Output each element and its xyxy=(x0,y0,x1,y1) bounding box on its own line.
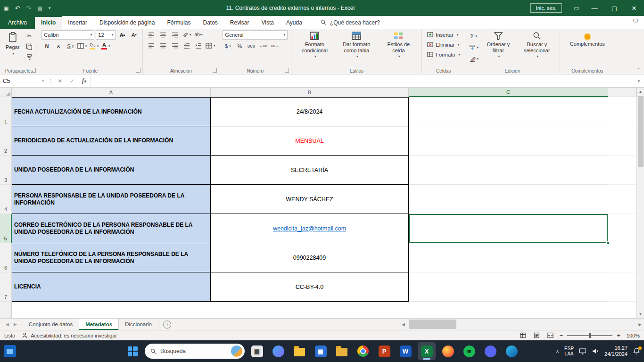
cell-a3[interactable]: UNIDAD POSEEDORA DE LA INFORMACIÓN xyxy=(12,156,211,185)
cell-b5[interactable]: wendicita_jaz@hotmail.com xyxy=(211,214,409,243)
align-bottom-icon[interactable] xyxy=(170,30,180,39)
autosum-icon[interactable]: Σ xyxy=(469,32,479,41)
align-top-icon[interactable] xyxy=(146,30,157,39)
row-header-3[interactable]: 3 xyxy=(0,156,12,185)
page-break-view-icon[interactable] xyxy=(546,332,555,339)
spotify-icon[interactable]: ≋ xyxy=(460,342,478,360)
firefox-icon[interactable] xyxy=(439,342,457,360)
cell-c6[interactable] xyxy=(409,243,608,272)
row-header-5[interactable]: 5 xyxy=(0,214,12,243)
sheet-tab-metadatos[interactable]: Metadatos xyxy=(79,319,119,330)
tab-inicio[interactable]: Inicio xyxy=(35,16,62,29)
align-left-icon[interactable] xyxy=(146,41,157,50)
cut-icon[interactable]: ✂ xyxy=(24,32,34,41)
email-link[interactable]: wendicita_jaz@hotmail.com xyxy=(273,225,346,232)
select-all-corner[interactable] xyxy=(0,88,12,97)
format-cells-button[interactable]: Formato xyxy=(425,51,461,58)
cell-a4[interactable]: PERSONA RESPONSABLE DE LA UNIDAD POSEEDO… xyxy=(12,185,211,214)
merge-center-icon[interactable] xyxy=(205,41,215,50)
horizontal-scroll-track[interactable] xyxy=(407,319,636,330)
cell-c3[interactable] xyxy=(409,156,608,185)
copy-icon[interactable] xyxy=(24,42,34,51)
cell-a6[interactable]: NÚMERO TELEFÓNICO DE LA PERSONA RESPONSA… xyxy=(12,243,211,272)
copilot-icon[interactable] xyxy=(269,342,287,360)
display-icon[interactable] xyxy=(579,348,586,354)
cell-c7[interactable] xyxy=(409,272,608,302)
collapse-ribbon-icon[interactable]: ⌃ xyxy=(636,67,640,72)
insert-cells-button[interactable]: Insertar xyxy=(425,31,461,38)
ribbon-display-options-icon[interactable]: ▭ xyxy=(569,0,585,16)
row-header-4[interactable]: 4 xyxy=(0,185,12,214)
row-header-1[interactable]: 1 xyxy=(0,97,12,126)
comma-format-icon[interactable]: 000 xyxy=(246,41,256,50)
decrease-font-icon[interactable]: A▾ xyxy=(129,31,139,40)
file-explorer-icon[interactable] xyxy=(290,342,308,360)
row-header-6[interactable]: 6 xyxy=(0,243,12,272)
number-format-select[interactable]: General xyxy=(223,30,288,40)
cell-c2[interactable] xyxy=(409,126,608,156)
cell-b2[interactable]: MENSUAL xyxy=(211,126,409,156)
sheet-tab-diccionario[interactable]: Diccionario xyxy=(119,319,158,330)
zoom-slider-thumb[interactable] xyxy=(589,333,591,338)
cell-c4[interactable] xyxy=(409,185,608,214)
undo-icon[interactable]: ↶ xyxy=(15,5,20,12)
tab-formulas[interactable]: Fórmulas xyxy=(161,16,197,29)
zoom-out-icon[interactable]: − xyxy=(560,332,563,339)
edge-icon[interactable] xyxy=(503,342,520,360)
redo-icon[interactable]: ↷ xyxy=(26,5,31,12)
pinned-corner-app-icon[interactable] xyxy=(4,345,16,357)
autosave-icon[interactable]: ▣ xyxy=(4,5,8,11)
row-header-7[interactable]: 7 xyxy=(0,272,12,302)
tab-ayuda[interactable]: Ayuda xyxy=(280,16,308,29)
close-button[interactable]: ✕ xyxy=(624,0,644,16)
clear-icon[interactable] xyxy=(469,54,479,63)
font-name-select[interactable]: Calibri xyxy=(41,30,94,40)
paste-button[interactable]: Pegar xyxy=(3,30,22,67)
discord-icon[interactable] xyxy=(481,342,499,360)
decrease-decimal-icon[interactable]: 00→ xyxy=(270,41,280,50)
addins-button[interactable]: Complementos xyxy=(563,30,611,67)
find-select-button[interactable]: Buscar y seleccionar xyxy=(518,30,556,67)
name-box[interactable]: C5 ▾ xyxy=(0,74,47,87)
scroll-up-icon[interactable]: ▲ xyxy=(637,88,644,96)
excel-icon[interactable]: X xyxy=(418,342,436,360)
task-view-icon[interactable]: ▦ xyxy=(248,342,266,360)
font-color-icon[interactable]: A xyxy=(100,41,111,50)
tab-disposicion[interactable]: Disposición de página xyxy=(93,16,161,29)
formula-bar-splitter[interactable]: ⋮ xyxy=(47,74,54,87)
page-layout-view-icon[interactable] xyxy=(532,332,542,339)
cell-c5-selected[interactable] xyxy=(409,214,608,243)
scroll-right-icon[interactable]: ▶ xyxy=(636,322,644,327)
cell-styles-button[interactable]: Estilos de celda xyxy=(379,30,418,67)
next-sheet-icon[interactable]: ▶ xyxy=(14,322,17,327)
start-button[interactable] xyxy=(124,342,141,360)
italic-button[interactable]: K xyxy=(53,41,64,50)
store-icon[interactable]: ▣ xyxy=(312,342,330,360)
increase-decimal-icon[interactable]: ←00 xyxy=(258,41,268,50)
col-header-c[interactable]: C xyxy=(409,88,608,97)
vertical-scroll-thumb[interactable] xyxy=(638,96,644,167)
tab-vista[interactable]: Vista xyxy=(256,16,280,29)
folder-icon[interactable] xyxy=(333,342,351,360)
font-dialog-launcher-icon[interactable] xyxy=(136,68,140,73)
decrease-indent-icon[interactable] xyxy=(182,41,192,50)
percent-format-icon[interactable]: % xyxy=(234,41,245,50)
insert-function-icon[interactable]: fx xyxy=(78,74,91,87)
tab-insertar[interactable]: Insertar xyxy=(62,16,93,29)
row-header-2[interactable]: 2 xyxy=(0,126,12,156)
cell-b3[interactable]: SECRETARÍA xyxy=(211,156,409,185)
horizontal-scrollbar[interactable]: ◀ ▶ xyxy=(399,319,644,330)
format-painter-icon[interactable] xyxy=(24,52,34,61)
conditional-formatting-button[interactable]: Formato condicional xyxy=(295,30,334,67)
expand-formula-bar-icon[interactable]: ▾ xyxy=(634,74,644,87)
col-header-b[interactable]: B xyxy=(211,88,409,97)
minimize-button[interactable]: — xyxy=(585,0,604,16)
formula-input[interactable] xyxy=(91,74,634,87)
maximize-button[interactable]: ▢ xyxy=(604,0,624,16)
chrome-icon[interactable] xyxy=(354,342,372,360)
weather-widget-icon[interactable] xyxy=(231,346,242,357)
cancel-entry-icon[interactable]: ✕ xyxy=(54,74,66,87)
fill-icon[interactable] xyxy=(469,43,479,52)
sheet-tab-conjunto[interactable]: Conjunto de datos xyxy=(23,319,79,330)
cell-a1[interactable]: FECHA ACTUALIZACIÓN DE LA INFORMACIÓN xyxy=(12,97,211,126)
